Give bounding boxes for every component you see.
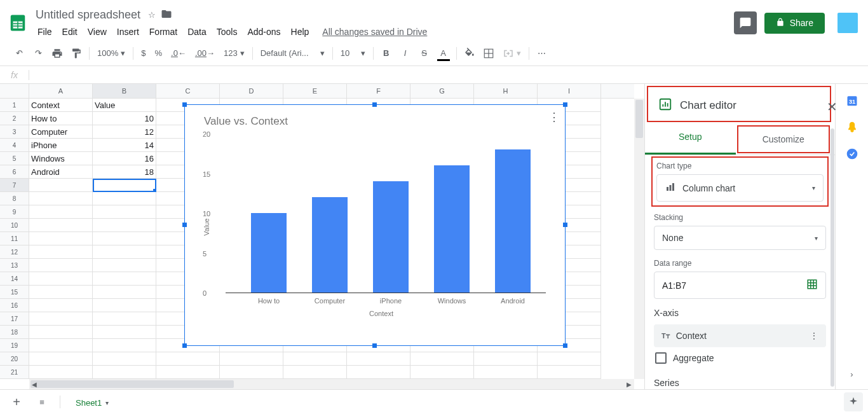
stacking-select[interactable]: None ▾ bbox=[654, 226, 826, 250]
italic-button[interactable]: I bbox=[397, 45, 414, 62]
cell[interactable] bbox=[93, 299, 156, 312]
cell[interactable]: Windows bbox=[29, 152, 93, 165]
cell[interactable] bbox=[29, 219, 93, 232]
move-folder-icon[interactable] bbox=[161, 8, 172, 22]
cell[interactable]: Context bbox=[29, 99, 93, 112]
panel-scrollbar[interactable] bbox=[831, 128, 834, 387]
menu-addons[interactable]: Add-ons bbox=[243, 24, 285, 39]
xaxis-chip[interactable]: Tᴛ Context ⋮ bbox=[654, 324, 826, 347]
save-status[interactable]: All changes saved in Drive bbox=[322, 27, 427, 37]
cell[interactable] bbox=[93, 259, 156, 272]
row-header[interactable]: 7 bbox=[0, 179, 29, 192]
cell[interactable]: Computer bbox=[29, 125, 93, 139]
explore-button[interactable] bbox=[844, 392, 863, 411]
resize-handle[interactable] bbox=[563, 343, 567, 348]
sheet-tab[interactable]: Sheet1 ▾ bbox=[67, 390, 118, 414]
more-tools-button[interactable]: ⋯ bbox=[533, 45, 551, 62]
menu-file[interactable]: File bbox=[33, 24, 57, 39]
row-header[interactable]: 2 bbox=[0, 112, 29, 125]
fill-color-button[interactable] bbox=[461, 45, 478, 62]
resize-handle[interactable] bbox=[372, 343, 377, 348]
cell[interactable] bbox=[93, 286, 156, 299]
checkbox-icon[interactable] bbox=[655, 352, 667, 364]
percent-button[interactable]: % bbox=[151, 48, 166, 58]
cell[interactable] bbox=[29, 312, 93, 326]
cell[interactable] bbox=[347, 352, 410, 366]
scroll-left-icon[interactable]: ◀ bbox=[29, 379, 39, 389]
cell[interactable] bbox=[93, 205, 156, 219]
cell[interactable] bbox=[29, 259, 93, 272]
all-sheets-button[interactable]: ≡ bbox=[31, 392, 53, 411]
cell[interactable] bbox=[283, 366, 347, 379]
row-header[interactable]: 13 bbox=[0, 259, 29, 272]
row-header[interactable]: 15 bbox=[0, 286, 29, 299]
cell[interactable] bbox=[410, 366, 474, 379]
row-header[interactable]: 6 bbox=[0, 165, 29, 179]
cell[interactable] bbox=[93, 272, 156, 286]
row-header[interactable]: 18 bbox=[0, 326, 29, 339]
chart-menu-button[interactable]: ⋮ bbox=[548, 110, 560, 124]
cell[interactable] bbox=[220, 352, 283, 366]
resize-handle[interactable] bbox=[182, 343, 187, 348]
cell[interactable] bbox=[29, 366, 93, 379]
col-header[interactable]: A bbox=[29, 84, 93, 98]
print-button[interactable] bbox=[48, 45, 66, 62]
resize-handle[interactable] bbox=[182, 223, 187, 227]
cell[interactable] bbox=[29, 245, 93, 259]
aggregate-checkbox-row[interactable]: Aggregate bbox=[654, 347, 826, 369]
cell[interactable]: Value bbox=[93, 99, 156, 112]
cell[interactable] bbox=[29, 286, 93, 299]
resize-handle[interactable] bbox=[372, 102, 377, 107]
row-header[interactable]: 11 bbox=[0, 232, 29, 245]
merge-dropdown[interactable]: ▾ bbox=[499, 48, 525, 59]
cell[interactable] bbox=[29, 192, 93, 205]
row-header[interactable]: 8 bbox=[0, 192, 29, 205]
cell[interactable] bbox=[93, 245, 156, 259]
cell[interactable] bbox=[29, 232, 93, 245]
col-header[interactable]: C bbox=[156, 84, 220, 98]
row-header[interactable]: 20 bbox=[0, 352, 29, 366]
row-header[interactable]: 5 bbox=[0, 152, 29, 165]
cell[interactable] bbox=[347, 366, 410, 379]
row-header[interactable]: 19 bbox=[0, 339, 29, 352]
row-header[interactable]: 12 bbox=[0, 245, 29, 259]
undo-button[interactable]: ↶ bbox=[10, 45, 28, 62]
add-sheet-button[interactable]: + bbox=[5, 392, 28, 411]
chart-type-select[interactable]: Column chart ▾ bbox=[656, 174, 824, 202]
cell[interactable] bbox=[93, 179, 156, 192]
row-header[interactable]: 1 bbox=[0, 99, 29, 112]
data-range-input[interactable]: A1:B7 bbox=[654, 272, 826, 299]
col-header[interactable]: I bbox=[538, 84, 601, 98]
inc-decimal-button[interactable]: .00→ bbox=[191, 48, 219, 58]
cell[interactable] bbox=[29, 205, 93, 219]
cell[interactable]: How to bbox=[29, 112, 93, 125]
redo-button[interactable]: ↷ bbox=[29, 45, 47, 62]
cell[interactable] bbox=[410, 352, 474, 366]
row-header[interactable]: 3 bbox=[0, 125, 29, 139]
menu-format[interactable]: Format bbox=[145, 24, 182, 39]
cell[interactable] bbox=[156, 352, 220, 366]
text-color-button[interactable]: A bbox=[435, 45, 452, 62]
row-header[interactable]: 9 bbox=[0, 205, 29, 219]
row-header[interactable]: 10 bbox=[0, 219, 29, 232]
grid-select-icon[interactable] bbox=[806, 279, 818, 292]
col-header[interactable]: E bbox=[283, 84, 347, 98]
font-size-dropdown[interactable]: 10▾ bbox=[337, 48, 369, 58]
close-editor-button[interactable]: ✕ bbox=[824, 97, 840, 117]
cell[interactable] bbox=[93, 352, 156, 366]
menu-help[interactable]: Help bbox=[287, 24, 314, 39]
cell[interactable] bbox=[93, 232, 156, 245]
resize-handle[interactable] bbox=[563, 223, 567, 227]
bold-button[interactable]: B bbox=[377, 45, 395, 62]
cell[interactable]: 18 bbox=[93, 165, 156, 179]
row-header[interactable]: 16 bbox=[0, 299, 29, 312]
sheet-tab-menu-icon[interactable]: ▾ bbox=[105, 399, 109, 406]
more-icon[interactable]: ⋮ bbox=[810, 331, 818, 341]
cell[interactable] bbox=[29, 179, 93, 192]
cell[interactable] bbox=[156, 366, 220, 379]
doc-title[interactable]: Untitled spreadsheet bbox=[33, 7, 143, 23]
col-header[interactable]: G bbox=[410, 84, 474, 98]
number-format-dropdown[interactable]: 123▾ bbox=[220, 48, 248, 58]
row-header[interactable]: 14 bbox=[0, 272, 29, 286]
spreadsheet-grid[interactable]: ABCDEFGHI 1ContextValue2How to103Compute… bbox=[0, 84, 644, 389]
